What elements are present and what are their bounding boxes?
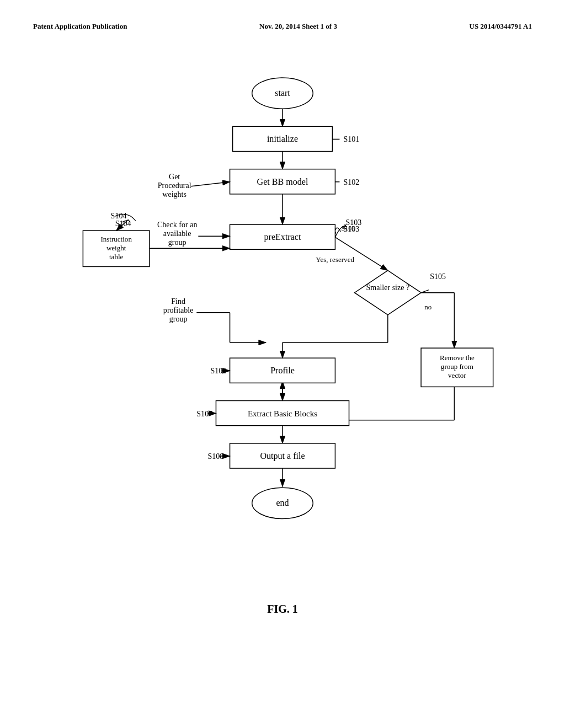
diagram-container: start initialize S101 Get BB model S102 … bbox=[33, 47, 532, 627]
initialize-label: initialize bbox=[267, 134, 298, 143]
check-available-label-line1: Check for an bbox=[157, 220, 198, 229]
s102-label: S102 bbox=[343, 178, 359, 186]
check-available-label-line3: group bbox=[168, 238, 186, 247]
find-profitable-label-line2: profitable bbox=[163, 306, 194, 314]
header-center: Nov. 20, 2014 Sheet 1 of 3 bbox=[259, 22, 337, 31]
svg-line-34 bbox=[191, 182, 230, 186]
extract-basic-blocks-label: Extract Basic Blocks bbox=[248, 409, 317, 418]
svg-marker-13 bbox=[355, 270, 422, 314]
get-bb-model-label: Get BB model bbox=[257, 177, 308, 186]
instruction-weight-line2: weight bbox=[106, 244, 126, 252]
svg-line-12 bbox=[335, 237, 387, 270]
check-available-label-line2: available bbox=[163, 229, 191, 238]
remove-group-line3: vector bbox=[448, 371, 466, 379]
s103-fixed: S103 bbox=[346, 218, 362, 227]
remove-group-line1: Remove the bbox=[440, 354, 475, 362]
page-header: Patent Application Publication Nov. 20, … bbox=[33, 22, 532, 31]
find-profitable-label-line3: group bbox=[169, 314, 188, 323]
smaller-size-label: Smaller size ? bbox=[366, 283, 409, 292]
profile-label: Profile bbox=[270, 366, 295, 375]
svg-line-14 bbox=[421, 290, 429, 293]
flowchart-svg: start initialize S101 Get BB model S102 … bbox=[33, 47, 532, 627]
preextract-label: preExtract bbox=[264, 232, 301, 242]
page: Patent Application Publication Nov. 20, … bbox=[0, 0, 565, 728]
end-label: end bbox=[276, 498, 289, 507]
get-procedural-label-line2: Procedural bbox=[158, 181, 191, 190]
instruction-weight-line1: Instruction bbox=[100, 235, 132, 243]
instruction-weight-line3: table bbox=[109, 253, 124, 261]
start-label: start bbox=[275, 88, 290, 98]
remove-group-line2: group from bbox=[441, 362, 473, 371]
yes-reserved-label: Yes, reserved bbox=[316, 255, 354, 264]
get-procedural-label-line3: weights bbox=[162, 190, 186, 199]
find-profitable-label-line1: Find bbox=[171, 297, 185, 306]
svg-line-10 bbox=[335, 232, 335, 234]
header-left: Patent Application Publication bbox=[33, 22, 127, 31]
s101-label: S101 bbox=[343, 135, 359, 143]
get-procedural-label-line1: Get bbox=[169, 172, 180, 181]
no-label: no bbox=[424, 303, 432, 311]
output-file-label: Output a file bbox=[260, 451, 305, 461]
fig-label: FIG. 1 bbox=[33, 603, 532, 615]
header-right: US 2014/0344791 A1 bbox=[470, 22, 532, 31]
s104-text: S104 bbox=[111, 211, 127, 220]
s105-label: S105 bbox=[430, 272, 446, 281]
